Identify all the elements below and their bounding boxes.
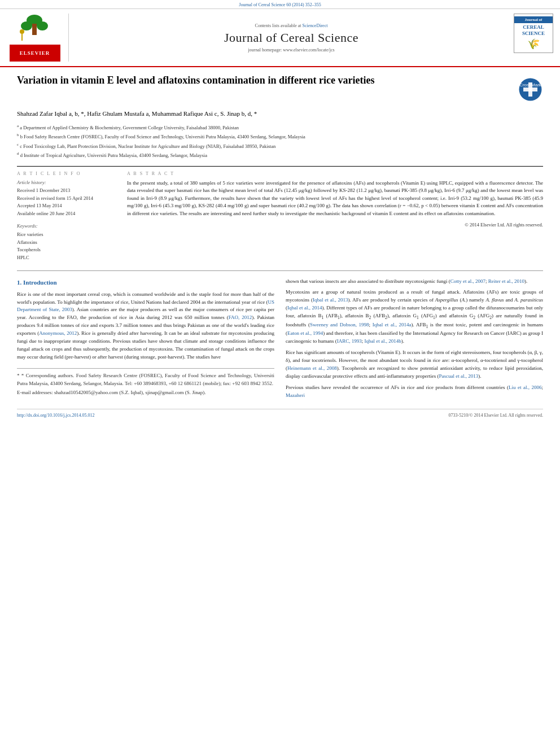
abstract-column: A B S T R A C T In the present study, a … [127, 171, 543, 262]
footnote-email: E-mail addresses: shahzad10542005@yahoo.… [17, 389, 274, 397]
footer-links: http://dx.doi.org/10.1016/j.jcs.2014.05.… [17, 409, 543, 418]
section-divider [17, 270, 543, 271]
journal-citation: Journal of Cereal Science 60 (2014) 352–… [0, 0, 560, 9]
journal-title-area: Contents lists available at ScienceDirec… [75, 14, 508, 62]
journal-homepage: journal homepage: www.elsevier.com/locat… [248, 47, 334, 53]
right-para-4: Previous studies have revealed the occur… [286, 384, 543, 400]
keywords-label: Keywords: [17, 223, 116, 230]
keyword-rice-varieties: Rice varieties [17, 231, 116, 239]
accepted-date: Accepted 13 May 2014 [17, 203, 116, 209]
svg-point-5 [20, 29, 24, 34]
keyword-hplc: HPLC [17, 254, 116, 262]
affiliation-d: d d Institute of Tropical Agriculture, U… [17, 151, 543, 159]
article-history-label: Article history: [17, 180, 116, 186]
issn-text: 0733-5210/© 2014 Elsevier Ltd. All right… [449, 413, 543, 418]
affiliation-c: c c Food Toxicology Lab, Plant Protectio… [17, 142, 543, 150]
body-columns: 1. Introduction Rice is one of the most … [17, 278, 543, 403]
article-title: Variation in vitamin E level and aflatox… [17, 74, 374, 87]
body-left-column: 1. Introduction Rice is one of the most … [17, 278, 274, 403]
received-date: Received 1 December 2013 [17, 187, 116, 194]
body-right-column: shown that various insects are also asso… [286, 278, 543, 403]
sciencedirect-link[interactable]: Contents lists available at ScienceDirec… [255, 23, 328, 28]
affiliation-a: a a Department of Applied Chemistry & Bi… [17, 123, 543, 132]
footnote-section: * * Corresponding authors. Food Safety R… [17, 368, 274, 397]
elsevier-tree-logo [11, 14, 59, 45]
right-para-2: Mycotoxins are a group of natural toxins… [286, 289, 543, 346]
footnote-corresponding: * * Corresponding authors. Food Safety R… [17, 372, 274, 387]
doi-link[interactable]: http://dx.doi.org/10.1016/j.jcs.2014.05.… [17, 413, 94, 418]
intro-para-1: Rice is one of the most important cereal… [17, 291, 274, 361]
article-columns: A R T I C L E I N F O Article history: R… [17, 166, 543, 262]
copyright: © 2014 Elsevier Ltd. All rights reserved… [127, 222, 543, 228]
svg-point-2 [21, 21, 32, 30]
svg-rect-4 [32, 24, 37, 35]
svg-point-3 [37, 21, 48, 30]
right-para-1: shown that various insects are also asso… [286, 278, 543, 286]
abstract-label: A B S T R A C T [127, 171, 543, 176]
available-date: Available online 20 June 2014 [17, 211, 116, 217]
elsevier-logo-area: ELSEVIER [7, 14, 69, 62]
keyword-aflatoxins: Aflatoxins [17, 239, 116, 247]
affiliation-b: b b Food Safety Research Centre (FOSREC)… [17, 132, 543, 141]
keywords-section: Keywords: Rice varieties Aflatoxins Toco… [17, 223, 116, 261]
affiliations: a a Department of Applied Chemistry & Bi… [17, 123, 543, 159]
received-revised-date: Received in revised form 15 April 2014 [17, 195, 116, 202]
main-content: Variation in vitamin E level and aflatox… [0, 67, 560, 429]
right-para-3: Rice has significant amounts of tocopher… [286, 349, 543, 381]
abstract-text: In the present study, a total of 380 sam… [127, 180, 543, 218]
crossmark-icon: CrossMark [518, 77, 543, 102]
journal-name: Journal of Cereal Science [224, 30, 358, 45]
svg-rect-10 [523, 88, 537, 91]
journal-logo-thumbnail: Journal of CEREAL SCIENCE 🌾 [514, 14, 553, 53]
authors: Shahzad Zafar Iqbal a, b, *, Hafiz Ghula… [17, 109, 543, 119]
journal-header: ELSEVIER Contents lists available at Sci… [0, 9, 560, 67]
article-info-column: A R T I C L E I N F O Article history: R… [17, 171, 116, 262]
article-info-label: A R T I C L E I N F O [17, 171, 116, 176]
intro-heading: 1. Introduction [17, 278, 274, 287]
elsevier-wordmark: ELSEVIER [10, 45, 60, 62]
keyword-tocopherols: Tocopherols [17, 246, 116, 254]
title-row: Variation in vitamin E level and aflatox… [17, 74, 543, 102]
